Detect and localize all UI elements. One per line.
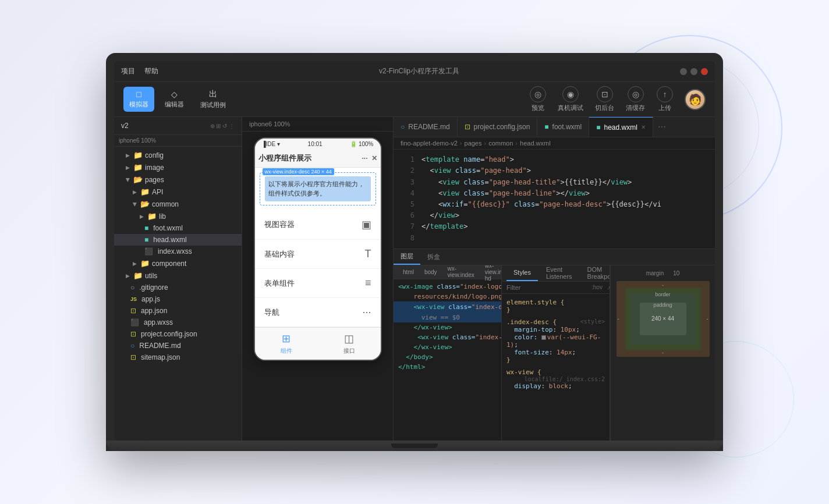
list-item-label: 表单组件 — [264, 278, 295, 289]
tree-folder-image[interactable]: ▶ 📁 image — [114, 161, 242, 173]
folder-name: lib — [159, 212, 166, 221]
tab-foot-wxml[interactable]: ■ foot.wxml — [537, 117, 589, 137]
file-name: sitemap.json — [141, 353, 180, 361]
dom-line-index-desc[interactable]: <wx-view class="index-desc">以下将展示小程序官方组件… — [394, 301, 501, 313]
phone-frame: ▐IDE ▾ 10:01 🔋 100% 小程序组件展示 ··· ✕ — [254, 137, 382, 361]
phone-tab-component[interactable]: ⊞ 组件 — [255, 332, 318, 355]
menu-item-project[interactable]: 项目 — [121, 66, 135, 76]
tab-close-icon[interactable]: ✕ — [641, 124, 646, 130]
nav-close-icon[interactable]: ✕ — [371, 154, 377, 162]
tree-file-foot-wxml[interactable]: ■ foot.wxml — [114, 222, 242, 234]
breadcrumb-item-2: common — [488, 140, 513, 147]
tree-file-sitemap[interactable]: ⊡ sitemap.json — [114, 352, 242, 363]
bm-margin-right: - — [707, 316, 708, 322]
style-rule-wx-view: wx-view { localfile:/_index.css:2 displa… — [502, 366, 610, 392]
tab-readme[interactable]: ○ README.md — [394, 117, 458, 137]
real-machine-action[interactable]: ◉ 真机调试 — [558, 86, 583, 112]
box-model-label: margin 10 — [646, 270, 680, 276]
style-source-link[interactable]: localfile:/_index.css:2 — [525, 376, 605, 382]
breadcrumb-sep: › — [460, 140, 462, 147]
simulate-button[interactable]: □ 模拟器 — [123, 87, 154, 112]
tab-head-wxml[interactable]: ■ head.wxml ✕ — [589, 117, 653, 137]
tree-folder-api[interactable]: ▶ 📁 API — [114, 186, 242, 198]
list-item-form[interactable]: 表单组件 ≡ — [255, 269, 381, 298]
chevron-icon: ▶ — [126, 273, 130, 279]
tree-folder-common[interactable]: ▶ 📂 common — [114, 198, 242, 210]
preview-action[interactable]: ◎ 预览 — [530, 86, 546, 112]
tree-folder-pages[interactable]: ▶ 📂 pages — [114, 173, 242, 186]
dom-breakpoints-tab[interactable]: DOM Breakpoints — [580, 265, 610, 281]
list-item-basic-content[interactable]: 基础内容 T — [255, 240, 381, 269]
tab-api-label: 接口 — [343, 347, 355, 355]
file-type-icon: ■ — [144, 224, 148, 232]
list-item-view-container[interactable]: 视图容器 ▣ — [255, 210, 381, 240]
nav-more-icon[interactable]: ··· — [362, 154, 367, 162]
file-name: app.js — [141, 295, 160, 303]
folder-name: config — [145, 151, 164, 159]
tab-label: project.config.json — [474, 123, 530, 131]
folder-icon: 📁 — [140, 187, 150, 196]
test-button[interactable]: 出 测试用例 — [194, 87, 232, 112]
line-content: <view class="page-head-title">{{title}}<… — [421, 177, 632, 188]
phone-nav-actions: ··· ✕ — [362, 154, 377, 162]
file-type-icon: ⊡ — [130, 353, 136, 361]
tab-more-button[interactable]: ⋯ — [653, 122, 671, 132]
real-machine-label: 真机调试 — [558, 104, 583, 112]
phone-tab-api[interactable]: ◫ 接口 — [318, 332, 381, 355]
pseudo-classes[interactable]: :hov — [591, 284, 603, 290]
tool-group: □ 模拟器 ◇ 编辑器 出 测试用例 — [123, 87, 232, 112]
tree-file-project-config[interactable]: ⊡ project.config.json — [114, 328, 242, 340]
bm-padding-label: padding — [653, 302, 672, 308]
inspector-tab-layers[interactable]: 图层 — [394, 249, 420, 265]
menu-item-help[interactable]: 帮助 — [144, 66, 158, 76]
cut-backend-action[interactable]: ⊡ 切后台 — [595, 86, 614, 112]
user-avatar[interactable]: 🧑 — [685, 89, 706, 110]
phone-battery: 🔋 100% — [350, 141, 373, 147]
upload-action[interactable]: ↑ 上传 — [657, 86, 673, 112]
close-button[interactable] — [701, 68, 708, 75]
minimize-button[interactable] — [680, 68, 687, 75]
tab-api-icon: ◫ — [344, 332, 354, 345]
inspector-tab-split[interactable]: 拆盒 — [420, 249, 447, 265]
line-number: 4 — [398, 188, 414, 199]
editor-button[interactable]: ◇ 编辑器 — [159, 87, 190, 112]
styles-tab[interactable]: Styles — [506, 265, 538, 281]
tree-folder-component[interactable]: ▶ 📁 component — [114, 257, 242, 269]
tree-file-app-wxss[interactable]: ⬛ app.wxss — [114, 317, 242, 328]
maximize-button[interactable] — [690, 68, 697, 75]
file-type-icon: ○ — [130, 283, 134, 292]
tab-component-icon: ⊞ — [282, 332, 290, 345]
styles-panel: element.style { } .index-desc { <style> … — [502, 294, 610, 441]
sidebar-header: v2 ⊕ ⊞ ↺ ⋮ — [114, 117, 242, 135]
editor-icon: ◇ — [171, 90, 178, 99]
tree-file-readme[interactable]: ○ README.md — [114, 340, 242, 352]
preview-icon: ◎ — [530, 86, 546, 102]
style-rule-index-desc: .index-desc { <style> margin-top: 10px; … — [502, 316, 610, 366]
element-chip-wx-view-index[interactable]: wx-view.index — [443, 265, 479, 280]
test-icon: 出 — [209, 89, 217, 100]
tree-file-app-js[interactable]: JS app.js — [114, 293, 242, 305]
editor-label: 编辑器 — [165, 100, 184, 109]
tree-folder-lib[interactable]: ▶ 📁 lib — [114, 210, 242, 222]
element-chip-body[interactable]: body — [420, 268, 442, 276]
clear-cache-action[interactable]: ◎ 清缓存 — [626, 86, 645, 112]
tree-file-index-wxss[interactable]: ⬛ index.wxss — [114, 246, 242, 257]
breadcrumb-sep: › — [515, 140, 518, 147]
style-filter-input[interactable] — [506, 284, 587, 291]
tab-project-config[interactable]: ⊡ project.config.json — [458, 117, 538, 137]
tree-file-app-json[interactable]: ⊡ app.json — [114, 305, 242, 317]
real-machine-icon: ◉ — [562, 86, 579, 102]
tab-icon-md: ○ — [401, 123, 405, 131]
simulate-icon: □ — [136, 90, 141, 99]
tree-folder-config[interactable]: ▶ 📁 config — [114, 149, 242, 161]
phone-tab-bar: ⊞ 组件 ◫ 接口 — [255, 327, 381, 360]
event-listeners-tab[interactable]: Event Listeners — [539, 265, 579, 281]
list-item-nav[interactable]: 导航 ··· — [255, 298, 381, 327]
chevron-icon: ▶ — [132, 202, 138, 206]
list-item-icon: ▣ — [362, 218, 371, 231]
tree-folder-utils[interactable]: ▶ 📁 utils — [114, 269, 242, 282]
tree-file-head-wxml[interactable]: ■ head.wxml — [114, 234, 242, 246]
tab-icon-json: ⊡ — [465, 123, 470, 131]
element-chip-html[interactable]: html — [398, 268, 419, 276]
tree-file-gitignore[interactable]: ○ .gitignore — [114, 282, 242, 293]
